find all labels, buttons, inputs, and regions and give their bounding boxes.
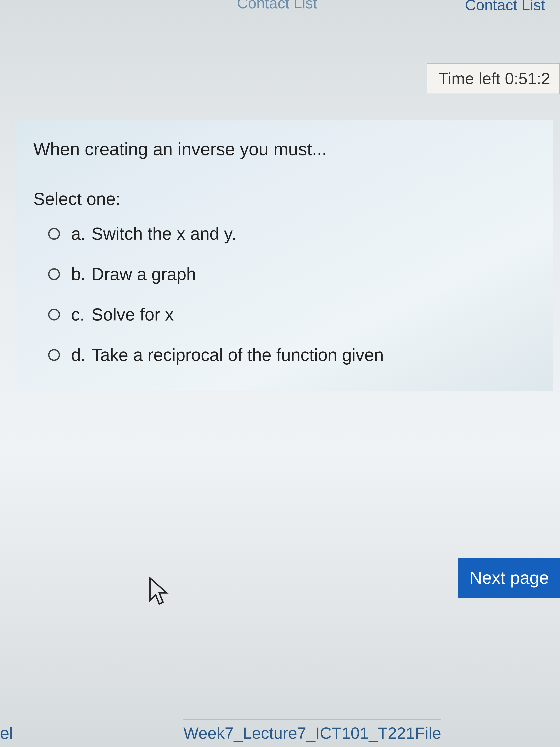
nav-item-partial[interactable]: Contact List xyxy=(237,0,317,12)
option-b[interactable]: b. Draw a graph xyxy=(48,264,541,284)
bottom-file-link[interactable]: Week7_Lecture7_ICT101_T221File xyxy=(183,719,441,743)
cursor-icon xyxy=(148,576,170,606)
option-letter: c. xyxy=(71,305,91,325)
option-text: Switch the x and y. xyxy=(91,224,236,244)
top-navigation: Contact List Contact List xyxy=(0,0,560,33)
content-area: Time left 0:51:2 When creating an invers… xyxy=(7,65,560,398)
radio-icon[interactable] xyxy=(48,228,60,240)
timer-label: Time left 0:51:2 xyxy=(438,69,550,87)
radio-icon[interactable] xyxy=(48,349,60,361)
options-list: a. Switch the x and y. b. Draw a graph c… xyxy=(33,224,541,365)
bottom-left-partial[interactable]: lel xyxy=(0,724,13,743)
radio-icon[interactable] xyxy=(48,309,60,320)
next-page-button[interactable]: Next page xyxy=(458,558,560,598)
radio-icon[interactable] xyxy=(48,268,60,280)
timer-box: Time left 0:51:2 xyxy=(427,63,560,94)
option-d[interactable]: d. Take a reciprocal of the function giv… xyxy=(48,345,541,365)
option-letter: a. xyxy=(71,224,91,244)
option-letter: b. xyxy=(71,264,91,284)
question-text: When creating an inverse you must... xyxy=(33,139,541,159)
nav-contact-list[interactable]: Contact List xyxy=(465,0,545,14)
option-a[interactable]: a. Switch the x and y. xyxy=(48,224,541,244)
option-text: Take a reciprocal of the function given xyxy=(91,345,384,365)
question-panel: When creating an inverse you must... Sel… xyxy=(15,121,553,391)
bottom-bar: lel Week7_Lecture7_ICT101_T221File xyxy=(0,714,560,747)
option-text: Draw a graph xyxy=(91,264,196,284)
option-c[interactable]: c. Solve for x xyxy=(48,305,541,325)
option-text: Solve for x xyxy=(91,305,174,325)
select-one-label: Select one: xyxy=(33,189,541,209)
option-letter: d. xyxy=(71,345,91,365)
